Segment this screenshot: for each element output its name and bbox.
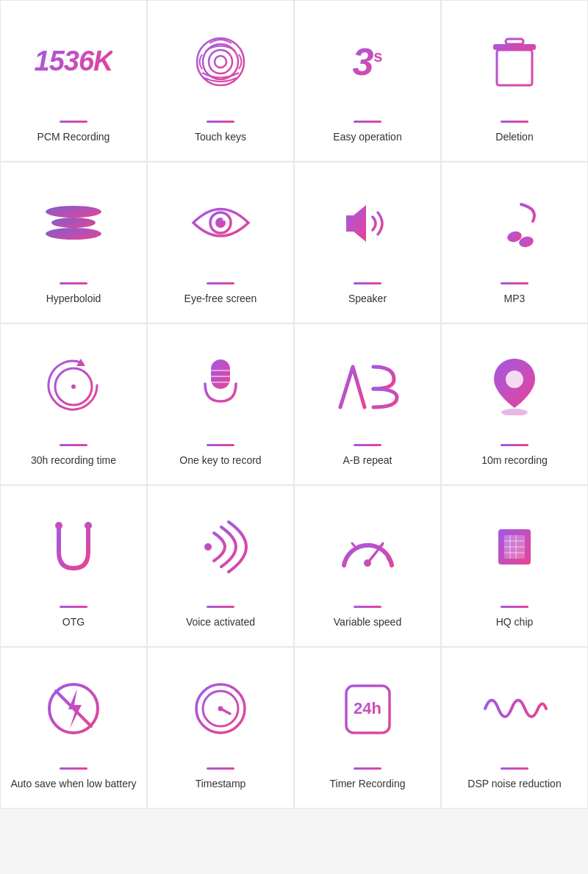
divider [354,121,381,123]
feature-timestamp: Timestamp [147,647,294,809]
timer-icon: 24h [340,661,395,756]
svg-point-14 [46,206,101,218]
feature-deletion: Deletion [441,0,588,162]
svg-point-83 [218,706,223,711]
divider [354,282,381,284]
feature-label: Touch keys [195,130,246,145]
feature-voice-activated: Voice activated [147,485,294,647]
divider [207,121,234,123]
feature-30h-recording: 30h recording time [0,323,147,485]
feature-label: Variable speed [334,615,401,630]
svg-point-15 [51,218,96,228]
feature-label: DSP noise reduction [467,777,561,792]
fingerprint-icon [191,14,250,109]
svg-point-2 [209,50,232,74]
divider [207,606,234,608]
svg-point-19 [222,218,226,221]
feature-label: HQ chip [496,615,534,630]
feature-label: Easy operation [333,130,401,145]
feature-otg: OTG [0,485,147,647]
svg-point-16 [46,228,101,240]
feature-touch-keys: Touch keys [147,0,294,162]
trash-icon [490,14,539,109]
divider [60,444,87,446]
feature-label: Timer Recording [330,777,406,792]
divider [354,606,381,608]
feature-label: Auto save when low battery [10,777,136,792]
svg-point-32 [71,384,76,389]
feature-label: 30h recording time [31,454,116,468]
divider [207,282,234,284]
feature-label: One key to record [179,454,261,468]
eye-icon [190,176,252,271]
feature-label: A-B repeat [343,454,392,468]
feature-label: MP3 [504,292,526,307]
divider [501,282,528,284]
feature-label: Hyperboloid [46,292,101,307]
feature-label: Deletion [495,130,533,145]
divider [207,767,234,770]
divider [501,606,528,608]
feature-pcm-recording: 1536K PCM Recording [0,0,147,162]
svg-point-53 [364,559,371,567]
feature-10m-recording: 10m recording [441,323,588,485]
feature-eye-free-screen: Eye-free screen [147,162,294,323]
three-s-text: 3s [352,40,382,84]
divider [501,767,528,770]
feature-label: PCM Recording [37,130,110,145]
svg-point-42 [501,409,528,415]
feature-auto-save: Auto save when low battery [0,647,147,809]
feature-label: Eye-free screen [184,292,257,307]
svg-text:24h: 24h [354,699,381,717]
feature-hyperboloid: Hyperboloid [0,162,147,323]
otg-icon [47,499,100,594]
feature-label: Speaker [348,292,387,307]
divider [354,444,381,446]
feature-label: Timestamp [196,777,246,792]
feature-label: 10m recording [481,454,548,468]
features-grid: 1536K PCM Recording [0,0,588,809]
feature-timer-recording: 24h Timer Recording [294,647,441,809]
feature-mp3: MP3 [441,162,588,323]
pcm-icon-area: 1536K [35,14,113,109]
feature-dsp-noise: DSP noise reduction [441,647,588,809]
battery-save-icon [45,661,102,756]
divider [60,121,87,123]
divider [354,767,381,770]
clock-icon [44,337,103,432]
divider [207,444,234,446]
mic-icon [195,337,246,432]
feature-easy-operation: 3s Easy operation [294,0,441,162]
hyperboloid-icon [40,176,107,271]
divider [60,606,87,608]
feature-variable-speed: Variable speed [294,485,441,647]
svg-point-46 [204,543,212,551]
3s-icon: 3s [352,14,382,109]
feature-label: Voice activated [186,615,255,630]
timestamp-icon [192,661,249,756]
wave-icon [481,661,548,756]
music-icon [489,176,540,271]
divider [501,121,528,123]
ab-icon [337,337,399,432]
voice-icon [192,499,249,594]
speaker-icon [340,176,395,271]
svg-point-45 [85,522,92,529]
divider [60,282,87,284]
feature-hq-chip: HQ chip [441,485,588,647]
divider [501,444,528,446]
feature-speaker: Speaker [294,162,441,323]
location-icon [488,337,541,432]
feature-ab-repeat: A-B repeat [294,323,441,485]
speedometer-icon [337,499,399,594]
svg-point-41 [506,370,523,388]
svg-point-3 [215,56,226,68]
feature-label: OTG [62,615,85,630]
divider [60,767,87,770]
svg-point-44 [55,522,62,529]
pcm-text-icon: 1536K [35,46,113,77]
svg-rect-33 [211,359,230,389]
chip-icon [485,499,544,594]
feature-one-key-record: One key to record [147,323,294,485]
svg-rect-10 [506,39,523,44]
